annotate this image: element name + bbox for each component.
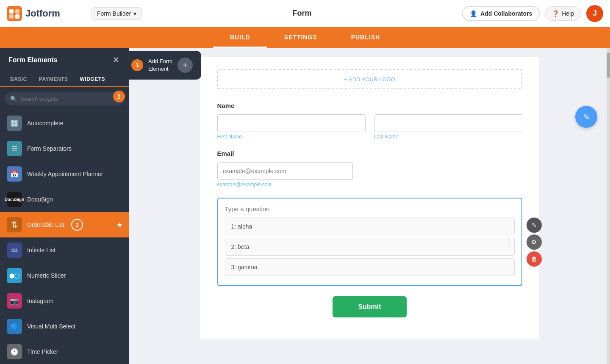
add-form-element-label: Add FormElement <box>148 58 172 72</box>
docusign-icon: DocuSign <box>7 192 22 207</box>
trash-icon: 🗑 <box>531 256 537 262</box>
jotform-logo-icon <box>7 6 22 21</box>
sidebar-header: Form Elements ✕ <box>0 48 129 72</box>
widget-label: Infinite List <box>27 247 55 254</box>
widget-item-infinite[interactable]: ∞ Infinite List <box>0 237 129 263</box>
infinite-icon: ∞ <box>7 243 22 258</box>
instagram-icon: 📷 <box>7 293 22 309</box>
avatar[interactable]: J <box>586 5 603 22</box>
order-item-3[interactable]: 3: gamma <box>225 258 515 276</box>
step3-badge: 3 <box>71 219 83 231</box>
search-box: 🔍 <box>5 92 124 105</box>
name-field: Name First Name Last Name <box>217 102 522 140</box>
sidebar-tab-payments[interactable]: PAYMENTS <box>33 72 74 86</box>
widget-item-instagram[interactable]: 📷 Instagram <box>0 288 129 314</box>
step1-badge: 1 <box>131 59 143 71</box>
add-collaborators-label: Add Collaborators <box>480 10 532 17</box>
time-picker-icon: 🕐 <box>7 344 22 359</box>
visual-multi-icon: 🔷 <box>7 319 22 334</box>
name-label: Name <box>217 102 522 109</box>
name-row: First Name Last Name <box>217 114 522 140</box>
sidebar-tab-basic[interactable]: BASIC <box>4 72 33 86</box>
orderable-widget: 1: alpha 2: beta 3: gamma ⋮⋮ <box>217 198 522 286</box>
widget-item-form-separators[interactable]: ☰ Form Separators <box>0 136 129 161</box>
sidebar-tab-widgets[interactable]: WIDGETS <box>74 72 111 87</box>
autocomplete-icon: 🔡 <box>7 116 22 131</box>
header-right: 👤 Add Collaborators ❓ Help J <box>462 5 603 22</box>
close-icon[interactable]: ✕ <box>111 55 121 65</box>
header: Jotform Form Builder ▾ Form 👤 Add Collab… <box>0 0 610 27</box>
widget-item-time-picker[interactable]: 🕐 Time Picker <box>0 339 129 364</box>
pencil-icon: ✎ <box>532 222 537 229</box>
step2-badge: 2 <box>113 91 125 102</box>
widget-label: Instagram <box>27 298 53 304</box>
add-element-popup: 1 Add FormElement + <box>123 51 201 80</box>
submit-button[interactable]: Submit <box>333 296 406 317</box>
form-canvas-area: ✎ + ADD YOUR LOGO Name First Name Last N… <box>129 48 610 364</box>
sidebar: Form Elements ✕ BASIC PAYMENTS WIDGETS 2… <box>0 48 129 364</box>
tab-bar: BUILD SETTINGS PUBLISH <box>0 27 610 48</box>
order-item-1[interactable]: 1: alpha <box>225 218 515 235</box>
widget-list: 🔡 Autocomplete ☰ Form Separators 📅 Weekl… <box>0 110 129 364</box>
form-builder-button[interactable]: Form Builder ▾ <box>92 7 142 20</box>
widget-label: Weekly Appointment Planner <box>27 171 103 177</box>
svg-rect-2 <box>15 9 19 14</box>
orderable-icon: ⇅ <box>7 217 22 232</box>
widget-label: Autocomplete <box>27 120 64 127</box>
tab-publish[interactable]: PUBLISH <box>334 28 397 48</box>
last-name-input[interactable] <box>374 114 522 132</box>
last-name-wrap: Last Name <box>374 114 522 140</box>
widget-item-orderable[interactable]: ⇅ Orderable List 3 ★ <box>0 212 129 237</box>
search-input[interactable] <box>20 96 119 102</box>
widget-item-docusign[interactable]: DocuSign DocuSign <box>0 187 129 212</box>
last-name-sublabel: Last Name <box>374 134 522 140</box>
appointment-icon: 📅 <box>7 166 22 182</box>
star-icon: ★ <box>116 221 122 229</box>
orderable-widget-container: 1: alpha 2: beta 3: gamma ⋮⋮ ✎ ⚙ <box>217 198 522 286</box>
gear-icon: ⚙ <box>531 239 537 245</box>
help-label: Help <box>562 10 574 17</box>
widget-delete-button[interactable]: 🗑 <box>527 251 542 267</box>
question-icon: ❓ <box>552 10 559 17</box>
help-button[interactable]: ❓ Help <box>545 6 581 21</box>
sidebar-title: Form Elements <box>8 56 58 64</box>
search-icon: 🔍 <box>10 96 17 102</box>
widget-label: DocuSign <box>27 196 53 203</box>
widget-label: Visual Multi Select <box>27 323 75 330</box>
email-label: Email <box>217 150 522 157</box>
add-plus-button[interactable]: + <box>177 58 193 73</box>
logo-area: Jotform <box>7 6 92 21</box>
add-collaborators-button[interactable]: 👤 Add Collaborators <box>462 6 540 21</box>
form-builder-label: Form Builder <box>97 10 131 17</box>
email-sublabel: example@example.com <box>217 182 522 188</box>
form-canvas: + ADD YOUR LOGO Name First Name Last Nam… <box>200 57 539 339</box>
form-title: Form <box>142 9 462 18</box>
svg-rect-0 <box>7 6 22 21</box>
widget-label: Numeric Slider <box>27 272 66 279</box>
widget-settings-button[interactable]: ⚙ <box>527 234 542 250</box>
widget-item-visual-multi[interactable]: 🔷 Visual Multi Select <box>0 314 129 339</box>
svg-rect-1 <box>9 9 14 14</box>
first-name-sublabel: First Name <box>217 134 366 140</box>
tab-settings[interactable]: SETTINGS <box>267 28 334 48</box>
first-name-input[interactable] <box>217 114 366 132</box>
email-input[interactable] <box>217 162 353 180</box>
logo-text: Jotform <box>25 8 60 19</box>
person-icon: 👤 <box>470 10 477 17</box>
main-layout: Form Elements ✕ BASIC PAYMENTS WIDGETS 2… <box>0 48 610 364</box>
question-input[interactable] <box>225 205 515 212</box>
float-edit-button[interactable]: ✎ <box>575 106 597 128</box>
first-name-wrap: First Name <box>217 114 366 140</box>
tab-build[interactable]: BUILD <box>213 28 267 48</box>
sidebar-tabs: BASIC PAYMENTS WIDGETS <box>0 72 129 87</box>
chevron-down-icon: ▾ <box>133 10 136 17</box>
add-logo-area[interactable]: + ADD YOUR LOGO <box>217 69 522 89</box>
widget-item-autocomplete[interactable]: 🔡 Autocomplete <box>0 110 129 136</box>
widget-edit-button[interactable]: ✎ <box>527 218 542 233</box>
form-separators-icon: ☰ <box>7 141 22 156</box>
svg-rect-4 <box>15 14 19 19</box>
widget-item-appointment[interactable]: 📅 Weekly Appointment Planner <box>0 161 129 187</box>
widget-actions: ✎ ⚙ 🗑 <box>527 218 542 267</box>
order-item-2[interactable]: 2: beta <box>225 238 515 256</box>
widget-item-numeric[interactable]: ⬤◯ Numeric Slider <box>0 263 129 288</box>
